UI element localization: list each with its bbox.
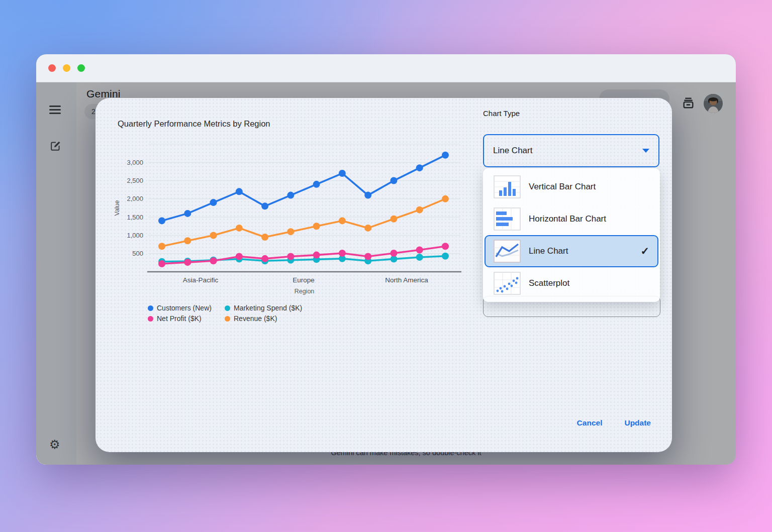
dialog-actions: Cancel Update — [577, 418, 651, 428]
minimize-window-button[interactable] — [63, 64, 70, 72]
chart-type-select[interactable]: Line Chart — [483, 134, 659, 167]
update-button[interactable]: Update — [624, 418, 651, 428]
svg-text:2,000: 2,000 — [127, 195, 143, 202]
svg-text:1,500: 1,500 — [127, 214, 143, 221]
zoom-window-button[interactable] — [77, 64, 85, 72]
svg-text:Asia-Pacific: Asia-Pacific — [183, 276, 219, 284]
legend-dot-marketing-spend — [225, 305, 230, 311]
window-titlebar — [36, 54, 736, 82]
line-chart-icon — [494, 240, 521, 263]
svg-text:500: 500 — [132, 250, 143, 257]
legend-item: Net Profit ($K) — [148, 314, 225, 323]
horizontal-bar-chart-icon — [494, 207, 521, 231]
menu-item-label: Horizontal Bar Chart — [529, 214, 606, 224]
legend-dot-net-profit — [148, 316, 153, 322]
svg-text:3,000: 3,000 — [127, 159, 143, 166]
chart-type-option-horizontal-bar[interactable]: Horizontal Bar Chart — [485, 203, 658, 235]
legend-label: Revenue ($K) — [234, 314, 277, 323]
legend-item: Customers (New) — [148, 304, 225, 312]
menu-item-label: Vertical Bar Chart — [529, 182, 596, 192]
chart-editor-dialog: Quarterly Performance Metrics by Region … — [95, 98, 672, 452]
menu-item-label: Line Chart — [529, 246, 568, 256]
chart-legend: Customers (New) Marketing Spend ($K) Net… — [148, 304, 302, 323]
scatterplot-icon — [494, 272, 521, 295]
chart-type-option-vertical-bar[interactable]: Vertical Bar Chart — [485, 171, 658, 203]
browser-window: ⚙ Gemini 2 — [36, 54, 736, 465]
legend-dot-customers — [148, 305, 153, 311]
legend-label: Customers (New) — [157, 304, 212, 312]
check-icon: ✓ — [640, 245, 649, 257]
legend-item: Marketing Spend ($K) — [225, 304, 302, 312]
svg-text:Value: Value — [114, 200, 121, 216]
line-chart-plot: 5001,0001,5002,0002,5003,000Asia-Pacific… — [111, 137, 462, 298]
desktop-background: ⚙ Gemini 2 — [0, 0, 772, 532]
svg-text:2,500: 2,500 — [127, 177, 143, 184]
chevron-down-icon — [642, 149, 649, 153]
chart-type-selected-value: Line Chart — [493, 146, 532, 156]
chart-type-menu: Vertical Bar Chart Horizontal Bar Chart — [483, 168, 660, 302]
svg-text:Region: Region — [295, 288, 315, 295]
chart-type-option-line[interactable]: Line Chart ✓ — [485, 235, 658, 267]
menu-item-label: Scatterplot — [529, 278, 569, 288]
cancel-button[interactable]: Cancel — [577, 418, 603, 428]
vertical-bar-chart-icon — [494, 175, 521, 198]
chart-type-label: Chart Type — [483, 109, 520, 118]
legend-dot-revenue — [225, 316, 230, 322]
svg-text:1,000: 1,000 — [127, 232, 143, 239]
chart-title: Quarterly Performance Metrics by Region — [118, 119, 270, 129]
legend-item: Revenue ($K) — [225, 314, 302, 323]
chart-type-option-scatterplot[interactable]: Scatterplot — [485, 267, 658, 299]
svg-text:North America: North America — [385, 276, 428, 284]
legend-label: Marketing Spend ($K) — [234, 304, 302, 312]
close-window-button[interactable] — [48, 64, 56, 72]
legend-label: Net Profit ($K) — [157, 314, 202, 323]
svg-text:Europe: Europe — [293, 276, 315, 284]
